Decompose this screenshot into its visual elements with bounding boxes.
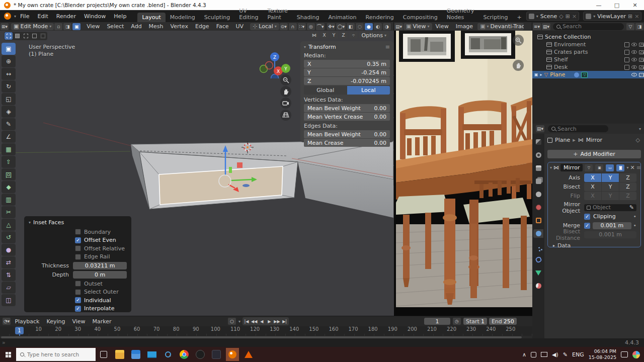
blender-taskbar-icon[interactable] [226,348,239,361]
shading-rendered-button[interactable]: ◑ [383,23,391,30]
tool-bevel[interactable]: ◆ [2,181,16,193]
edge-data-field[interactable]: Mean Crease0.00 [304,139,390,147]
modifier-extras-caret-icon[interactable]: ▾ [626,165,628,170]
workspace-tab[interactable]: Compositing [398,13,442,22]
file-explorer-icon[interactable] [113,348,126,361]
menu-item[interactable]: Window [80,12,110,21]
frame-end-field[interactable]: End250 [489,318,517,325]
options-dropdown[interactable]: Options ▾ [359,32,389,39]
select-mode-invert-button[interactable] [30,32,38,40]
tool-extrude-region[interactable]: ⇧ [2,156,16,168]
select-mode-subtract-button[interactable] [22,32,30,40]
median-value-field[interactable]: Z-0.070245 m [304,77,390,85]
collection-row[interactable]: Crates parts [532,48,644,56]
select-mode-face-button[interactable]: ▣ [72,23,80,30]
collection-row[interactable]: Enviroment [532,41,644,48]
viewport-3d[interactable]: ⋈ XYZ ⁘ Options ▾ User Perspective (1) P… [0,31,394,316]
tool-rip-region[interactable]: ◫ [2,294,16,306]
play-button[interactable]: ▶ [266,318,273,325]
current-frame-field[interactable]: 1 [424,318,450,325]
image-mode-dropdown[interactable]: ▣ View ▾ [404,23,432,30]
tool-select-box[interactable]: ▣ [2,43,16,55]
value-field[interactable]: 0.03211 m [73,262,127,269]
keying-caret-icon[interactable]: ▾ [238,319,240,324]
mirror-object-field[interactable]: Object ✎ [584,204,636,211]
tool-measure[interactable]: ∠ [2,131,16,143]
shading-material-button[interactable]: ◐ [374,23,382,30]
mirror-modifier-icon[interactable]: ▽ [581,72,588,78]
disable-render-icon[interactable] [639,65,644,69]
image-pan-hand-button[interactable] [513,60,524,71]
tray-onedrive-icon[interactable] [531,352,536,357]
properties-options-caret-icon[interactable]: ▾ [639,127,641,131]
viewport-menu-item[interactable]: Edge [192,23,213,30]
jump-to-end-button[interactable]: ▶| [281,318,288,325]
tool-knife[interactable]: ✂ [2,206,16,218]
task-view-button[interactable] [97,348,110,361]
timeline-menu-item[interactable]: Playback [11,318,43,325]
modifier-close-icon[interactable]: ✕ [630,164,634,171]
proportional-editing-icon[interactable]: ◎ [307,23,315,30]
disable-render-icon[interactable] [639,58,644,62]
modifier-cage-toggle-icon[interactable]: ▣ [595,164,603,171]
tool-transform[interactable]: ◈ [2,106,16,118]
axis-toggle-button[interactable]: Z [619,173,636,182]
median-value-field[interactable]: Y-0.254 m [304,68,390,76]
blender-menu-icon[interactable] [4,13,11,20]
tab-world[interactable] [533,203,543,212]
tab-modifiers[interactable] [533,229,543,238]
tray-display-icon[interactable] [541,352,547,357]
select-mode-extend-button[interactable] [13,32,21,40]
mail-icon[interactable] [145,348,158,361]
checkbox[interactable] [75,229,81,235]
viewport-menu-item[interactable]: Face [213,23,232,30]
tab-tool[interactable] [533,138,543,146]
navigation-gizmo[interactable]: Z X Y [252,41,297,78]
show-gizmo-dropdown[interactable]: ✥▾ [327,23,335,30]
mirror-axis-button[interactable]: X [320,32,329,39]
local-button[interactable]: Local [347,86,390,95]
expand-chevron-icon[interactable]: ▸ [540,72,542,77]
snap-target-icon[interactable]: ⁘ [350,32,358,39]
exclude-checkbox-icon[interactable] [624,50,629,55]
play-reverse-button[interactable]: ◀ [258,318,265,325]
pan-hand-button[interactable] [280,86,291,97]
checkbox[interactable] [75,237,81,243]
taskbar-search[interactable] [16,348,96,361]
proportional-falloff-dropdown[interactable]: ⌒▾ [316,23,325,30]
tab-output[interactable] [533,164,543,172]
collapse-modifier-icon[interactable]: ▾ [550,165,552,170]
edge-data-field[interactable]: Mean Bevel Weight0.00 [304,130,390,138]
editor-type-image-icon[interactable]: ▤▾ [394,23,403,30]
shading-solid-button[interactable]: ● [365,23,373,30]
editor-type-outliner-icon[interactable]: ≡▾ [533,23,541,30]
workspace-tab[interactable]: Scripting [479,13,513,22]
tool-cursor[interactable]: ⊕ [2,55,16,67]
collection-row[interactable]: Desk [532,63,644,71]
outliner-search[interactable]: Search [553,23,624,30]
timeline-ruler[interactable]: 1020304050607080901001101201301401501601… [0,326,532,336]
menu-item[interactable]: Render [52,12,80,21]
checkbox[interactable] [75,289,81,295]
pin-id-icon[interactable]: ◇ [636,137,640,143]
close-button[interactable]: ✕ [626,0,644,10]
tool-smooth[interactable]: ● [2,244,16,256]
modifier-name-field[interactable]: Mirror [560,164,583,171]
tool-annotate[interactable]: ✎ [2,118,16,130]
collapse-inset-icon[interactable]: ▾ [29,220,31,225]
menu-item[interactable]: File [16,12,33,21]
flip-toggle-button[interactable]: X [584,192,601,200]
hide-eye-icon[interactable] [631,43,637,46]
jump-to-start-button[interactable]: |◀ [243,318,250,325]
disable-render-icon[interactable] [639,73,644,77]
tool-add-cube[interactable]: ▦ [2,143,16,155]
checkbox[interactable] [75,281,81,287]
hide-eye-icon[interactable] [631,58,637,61]
vlc-icon[interactable] [242,348,255,361]
checkbox[interactable] [75,306,81,312]
app-dark-circle-icon[interactable] [194,348,207,361]
editor-type-3dview-icon[interactable]: ⊞▾ [1,23,9,30]
vertex-data-field[interactable]: Mean Bevel Weight0.00 [304,104,390,112]
perspective-toggle-button[interactable] [280,110,291,121]
language-indicator[interactable]: ENG [572,351,584,358]
